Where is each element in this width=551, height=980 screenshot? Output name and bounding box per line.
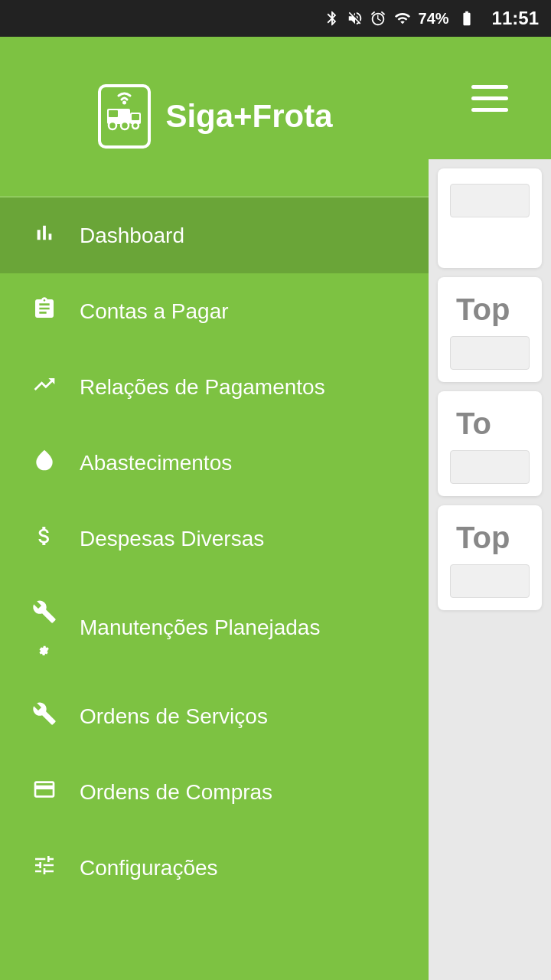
sidebar-item-manutencoes[interactable]: Manutenções Planejadas: [0, 577, 429, 678]
card-2-title: Top: [450, 292, 530, 327]
svg-rect-3: [132, 114, 139, 120]
sidebar: Siga+Frota Dashboard Contas a Pagar: [0, 37, 429, 980]
hamburger-line-3: [471, 108, 508, 112]
status-icons: 74%: [324, 10, 478, 28]
dollar-icon: [31, 524, 58, 554]
hamburger-line-2: [471, 96, 508, 100]
droplet-icon: [31, 448, 58, 478]
card-3: To: [438, 391, 542, 496]
card-4: Top: [438, 505, 542, 610]
svg-point-5: [109, 122, 116, 129]
card-2: Top: [438, 277, 542, 382]
card-2-bar: [450, 336, 530, 370]
card-4-title: Top: [450, 521, 530, 555]
sidebar-item-abastecimentos[interactable]: Abastecimentos: [0, 425, 429, 501]
sliders-icon: [31, 853, 58, 883]
sidebar-item-contas-pagar[interactable]: Contas a Pagar: [0, 273, 429, 349]
app-logo-icon: [96, 82, 153, 151]
hamburger-line-1: [471, 85, 508, 89]
configuracoes-label: Configurações: [80, 856, 218, 880]
logo-area: Siga+Frota: [96, 82, 332, 151]
ordens-compras-label: Ordens de Compras: [80, 780, 272, 805]
svg-point-8: [122, 101, 126, 105]
wrench-settings-icon: [31, 599, 58, 655]
app-name: Siga+Frota: [165, 98, 332, 135]
dashboard-label: Dashboard: [80, 224, 184, 248]
clipboard-icon: [31, 296, 58, 326]
contas-pagar-label: Contas a Pagar: [80, 299, 229, 324]
hamburger-button[interactable]: [463, 71, 517, 125]
sidebar-nav: Dashboard Contas a Pagar Relações de Pag…: [0, 198, 429, 980]
right-content: Top To Top: [429, 159, 551, 980]
card-4-bar: [450, 564, 530, 598]
sidebar-item-relacoes[interactable]: Relações de Pagamentos: [0, 349, 429, 425]
status-bar: 74% 11:51: [0, 0, 551, 37]
wrench-icon: [31, 701, 58, 731]
svg-point-6: [121, 122, 129, 129]
sidebar-item-dashboard[interactable]: Dashboard: [0, 198, 429, 273]
despesas-label: Despesas Diversas: [80, 527, 264, 551]
time-display: 11:51: [492, 8, 539, 29]
sidebar-item-despesas[interactable]: Despesas Diversas: [0, 501, 429, 577]
svg-point-7: [132, 122, 139, 129]
card-1: [438, 168, 542, 268]
svg-rect-4: [109, 110, 118, 117]
card-1-bar: [450, 184, 530, 217]
relacoes-label: Relações de Pagamentos: [80, 375, 325, 400]
right-panel: Top To Top: [429, 37, 551, 980]
sidebar-header: Siga+Frota: [0, 37, 429, 198]
main-layout: Siga+Frota Dashboard Contas a Pagar: [0, 37, 551, 980]
sidebar-item-configuracoes[interactable]: Configurações: [0, 830, 429, 906]
battery-text: 74%: [419, 10, 449, 28]
sidebar-item-ordens-servicos[interactable]: Ordens de Serviços: [0, 678, 429, 754]
manutencoes-label: Manutenções Planejadas: [80, 616, 320, 640]
ordens-servicos-label: Ordens de Serviços: [80, 704, 268, 729]
credit-card-icon: [31, 777, 58, 807]
abastecimentos-label: Abastecimentos: [80, 451, 232, 475]
card-3-bar: [450, 450, 530, 484]
bar-chart-icon: [31, 220, 58, 250]
card-3-title: To: [450, 407, 530, 441]
sidebar-item-ordens-compras[interactable]: Ordens de Compras: [0, 754, 429, 830]
trending-up-icon: [31, 372, 58, 402]
right-header: [429, 37, 551, 159]
